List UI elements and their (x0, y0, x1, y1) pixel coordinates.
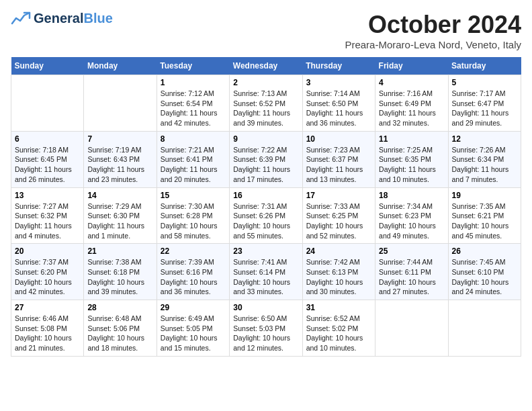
weekday-header-row: SundayMondayTuesdayWednesdayThursdayFrid… (11, 57, 521, 75)
day-info: Sunrise: 7:31 AMSunset: 6:26 PMDaylight:… (233, 201, 298, 241)
day-info: Sunrise: 7:39 AMSunset: 6:16 PMDaylight:… (161, 257, 226, 297)
weekday-header-friday: Friday (375, 57, 448, 75)
week-row-3: 13Sunrise: 7:27 AMSunset: 6:32 PMDayligh… (11, 187, 521, 244)
week-row-2: 6Sunrise: 7:18 AMSunset: 6:45 PMDaylight… (11, 131, 521, 187)
day-number: 11 (379, 134, 444, 144)
week-row-4: 20Sunrise: 7:37 AMSunset: 6:20 PMDayligh… (11, 244, 521, 300)
calendar-cell: 3Sunrise: 7:14 AMSunset: 6:50 PMDaylight… (302, 75, 375, 132)
day-number: 16 (233, 191, 298, 200)
weekday-header-saturday: Saturday (448, 57, 521, 75)
day-info: Sunrise: 7:34 AMSunset: 6:23 PMDaylight:… (379, 201, 444, 241)
weekday-header-monday: Monday (84, 57, 157, 75)
week-row-1: 1Sunrise: 7:12 AMSunset: 6:54 PMDaylight… (11, 75, 521, 132)
day-number: 12 (452, 134, 517, 144)
calendar-cell: 2Sunrise: 7:13 AMSunset: 6:52 PMDaylight… (230, 75, 302, 132)
day-number: 18 (379, 191, 444, 200)
day-number: 7 (87, 134, 152, 144)
calendar-cell: 19Sunrise: 7:35 AMSunset: 6:21 PMDayligh… (448, 187, 521, 244)
day-info: Sunrise: 7:13 AMSunset: 6:52 PMDaylight:… (233, 89, 298, 128)
day-number: 20 (15, 246, 80, 256)
day-info: Sunrise: 7:22 AMSunset: 6:39 PMDaylight:… (233, 145, 298, 185)
day-info: Sunrise: 7:29 AMSunset: 6:30 PMDaylight:… (87, 201, 152, 241)
logo-text: GeneralBlue (34, 11, 113, 26)
day-info: Sunrise: 7:14 AMSunset: 6:50 PMDaylight:… (306, 89, 371, 128)
day-info: Sunrise: 6:52 AMSunset: 5:02 PMDaylight:… (306, 314, 371, 353)
day-info: Sunrise: 6:50 AMSunset: 5:03 PMDaylight:… (233, 314, 298, 353)
day-info: Sunrise: 7:26 AMSunset: 6:34 PMDaylight:… (452, 145, 517, 185)
weekday-header-wednesday: Wednesday (230, 57, 302, 75)
day-number: 6 (15, 134, 80, 144)
day-info: Sunrise: 7:12 AMSunset: 6:54 PMDaylight:… (161, 89, 226, 128)
calendar-cell: 24Sunrise: 7:42 AMSunset: 6:13 PMDayligh… (302, 244, 375, 300)
calendar-cell (11, 75, 84, 132)
calendar-cell: 29Sunrise: 6:49 AMSunset: 5:05 PMDayligh… (157, 300, 229, 357)
calendar-cell (375, 300, 448, 357)
day-number: 30 (233, 303, 298, 312)
calendar-cell: 1Sunrise: 7:12 AMSunset: 6:54 PMDaylight… (157, 75, 229, 132)
day-info: Sunrise: 7:33 AMSunset: 6:25 PMDaylight:… (306, 201, 371, 241)
title-section: October 2024 Preara-Moraro-Leva Nord, Ve… (345, 11, 521, 50)
day-number: 21 (87, 246, 152, 256)
day-number: 4 (379, 78, 444, 87)
day-number: 17 (306, 191, 371, 200)
day-number: 8 (161, 134, 226, 144)
calendar-cell: 5Sunrise: 7:17 AMSunset: 6:47 PMDaylight… (448, 75, 521, 132)
calendar-cell: 16Sunrise: 7:31 AMSunset: 6:26 PMDayligh… (230, 187, 302, 244)
day-info: Sunrise: 7:42 AMSunset: 6:13 PMDaylight:… (306, 257, 371, 297)
day-info: Sunrise: 6:46 AMSunset: 5:08 PMDaylight:… (15, 314, 80, 353)
day-number: 22 (161, 246, 226, 256)
calendar-cell: 21Sunrise: 7:38 AMSunset: 6:18 PMDayligh… (84, 244, 157, 300)
calendar-cell: 12Sunrise: 7:26 AMSunset: 6:34 PMDayligh… (448, 131, 521, 187)
calendar-cell: 31Sunrise: 6:52 AMSunset: 5:02 PMDayligh… (302, 300, 375, 357)
calendar-cell: 6Sunrise: 7:18 AMSunset: 6:45 PMDaylight… (11, 131, 84, 187)
day-number: 27 (15, 303, 80, 312)
day-info: Sunrise: 6:48 AMSunset: 5:06 PMDaylight:… (87, 314, 152, 353)
calendar-cell: 7Sunrise: 7:19 AMSunset: 6:43 PMDaylight… (84, 131, 157, 187)
day-info: Sunrise: 7:21 AMSunset: 6:41 PMDaylight:… (161, 145, 226, 185)
day-number: 26 (452, 246, 517, 256)
day-number: 23 (233, 246, 298, 256)
day-number: 1 (161, 78, 226, 87)
day-number: 24 (306, 246, 371, 256)
day-number: 2 (233, 78, 298, 87)
calendar-cell: 14Sunrise: 7:29 AMSunset: 6:30 PMDayligh… (84, 187, 157, 244)
calendar-cell: 9Sunrise: 7:22 AMSunset: 6:39 PMDaylight… (230, 131, 302, 187)
day-info: Sunrise: 6:49 AMSunset: 5:05 PMDaylight:… (161, 314, 226, 353)
day-info: Sunrise: 7:41 AMSunset: 6:14 PMDaylight:… (233, 257, 298, 297)
calendar-cell: 18Sunrise: 7:34 AMSunset: 6:23 PMDayligh… (375, 187, 448, 244)
logo-icon (11, 11, 32, 26)
day-number: 19 (452, 191, 517, 200)
day-info: Sunrise: 7:23 AMSunset: 6:37 PMDaylight:… (306, 145, 371, 185)
day-number: 10 (306, 134, 371, 144)
day-info: Sunrise: 7:35 AMSunset: 6:21 PMDaylight:… (452, 201, 517, 241)
page-header: GeneralBlue October 2024 Preara-Moraro-L… (11, 11, 521, 50)
day-number: 9 (233, 134, 298, 144)
calendar-cell: 8Sunrise: 7:21 AMSunset: 6:41 PMDaylight… (157, 131, 229, 187)
day-number: 29 (161, 303, 226, 312)
calendar-cell: 25Sunrise: 7:44 AMSunset: 6:11 PMDayligh… (375, 244, 448, 300)
location-title: Preara-Moraro-Leva Nord, Veneto, Italy (345, 39, 521, 50)
day-number: 5 (452, 78, 517, 87)
day-info: Sunrise: 7:44 AMSunset: 6:11 PMDaylight:… (379, 257, 444, 297)
calendar-cell: 22Sunrise: 7:39 AMSunset: 6:16 PMDayligh… (157, 244, 229, 300)
calendar-cell: 28Sunrise: 6:48 AMSunset: 5:06 PMDayligh… (84, 300, 157, 357)
day-number: 3 (306, 78, 371, 87)
day-number: 28 (87, 303, 152, 312)
logo: GeneralBlue (11, 11, 113, 26)
calendar-cell: 26Sunrise: 7:45 AMSunset: 6:10 PMDayligh… (448, 244, 521, 300)
day-number: 14 (87, 191, 152, 200)
calendar-cell: 17Sunrise: 7:33 AMSunset: 6:25 PMDayligh… (302, 187, 375, 244)
calendar-cell: 13Sunrise: 7:27 AMSunset: 6:32 PMDayligh… (11, 187, 84, 244)
calendar-cell: 23Sunrise: 7:41 AMSunset: 6:14 PMDayligh… (230, 244, 302, 300)
calendar-cell: 10Sunrise: 7:23 AMSunset: 6:37 PMDayligh… (302, 131, 375, 187)
day-number: 15 (161, 191, 226, 200)
calendar-cell: 20Sunrise: 7:37 AMSunset: 6:20 PMDayligh… (11, 244, 84, 300)
day-number: 13 (15, 191, 80, 200)
day-info: Sunrise: 7:25 AMSunset: 6:35 PMDaylight:… (379, 145, 444, 185)
day-info: Sunrise: 7:18 AMSunset: 6:45 PMDaylight:… (15, 145, 80, 185)
day-info: Sunrise: 7:30 AMSunset: 6:28 PMDaylight:… (161, 201, 226, 241)
calendar-table: SundayMondayTuesdayWednesdayThursdayFrid… (11, 57, 521, 357)
day-info: Sunrise: 7:38 AMSunset: 6:18 PMDaylight:… (87, 257, 152, 297)
day-info: Sunrise: 7:27 AMSunset: 6:32 PMDaylight:… (15, 201, 80, 241)
calendar-cell: 4Sunrise: 7:16 AMSunset: 6:49 PMDaylight… (375, 75, 448, 132)
